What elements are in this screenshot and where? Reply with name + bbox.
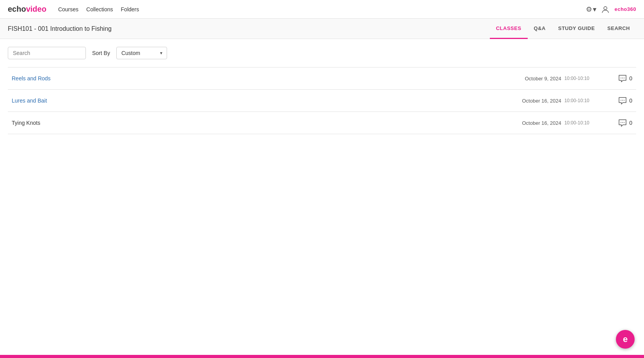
echo360-brand: echo360 xyxy=(614,6,636,12)
page-title: FISH101 - 001 Introduction to Fishing xyxy=(8,25,112,32)
nav-collections[interactable]: Collections xyxy=(86,6,113,12)
content-area: Sort By Custom Date Title ▾ Reels and Ro… xyxy=(0,39,644,142)
svg-point-6 xyxy=(624,100,624,101)
settings-button[interactable]: ⚙ ▾ xyxy=(586,5,596,14)
settings-icon: ⚙ xyxy=(586,5,592,14)
user-profile-button[interactable] xyxy=(601,5,610,14)
comment-icon xyxy=(618,119,627,127)
class-meta: October 16, 2024 10:00-10:10 xyxy=(522,120,589,126)
comment-count: 0 xyxy=(629,120,632,126)
sub-header: FISH101 - 001 Introduction to Fishing CL… xyxy=(0,19,644,39)
class-name: Tying Knots xyxy=(12,120,522,126)
tab-classes[interactable]: CLASSES xyxy=(490,19,528,39)
nav-right: ⚙ ▾ echo360 xyxy=(586,5,636,14)
class-time: 10:00-10:10 xyxy=(564,120,589,126)
table-row[interactable]: Reels and Rods October 9, 2024 10:00-10:… xyxy=(8,67,636,90)
class-comments[interactable]: 0 xyxy=(613,74,632,82)
sort-label: Sort By xyxy=(92,50,110,56)
svg-point-5 xyxy=(622,100,623,101)
class-link[interactable]: Reels and Rods xyxy=(12,75,51,82)
class-title-text: Tying Knots xyxy=(12,120,40,126)
table-row[interactable]: Lures and Bait October 16, 2024 10:00-10… xyxy=(8,90,636,112)
class-name: Reels and Rods xyxy=(12,75,525,82)
class-name: Lures and Bait xyxy=(12,97,522,104)
class-comments[interactable]: 0 xyxy=(613,119,632,127)
class-time: 10:00-10:10 xyxy=(564,98,589,103)
chevron-down-icon: ▾ xyxy=(593,5,596,14)
logo-video: video xyxy=(26,5,46,14)
tab-search[interactable]: SEARCH xyxy=(601,19,636,39)
class-meta: October 16, 2024 10:00-10:10 xyxy=(522,98,589,104)
svg-point-1 xyxy=(621,78,621,78)
svg-point-3 xyxy=(624,78,624,78)
user-icon xyxy=(601,5,610,14)
svg-point-2 xyxy=(622,78,623,78)
svg-point-0 xyxy=(604,7,607,10)
logo[interactable]: echovideo xyxy=(8,5,46,14)
filter-row: Sort By Custom Date Title ▾ xyxy=(8,47,636,59)
svg-point-7 xyxy=(621,122,621,123)
top-navigation: echovideo Courses Collections Folders ⚙ … xyxy=(0,0,644,19)
comment-count: 0 xyxy=(629,97,632,104)
logo-echo: echo xyxy=(8,5,26,14)
nav-links: Courses Collections Folders xyxy=(58,6,586,12)
nav-folders[interactable]: Folders xyxy=(121,6,139,12)
classes-list: Reels and Rods October 9, 2024 10:00-10:… xyxy=(8,67,636,134)
svg-point-4 xyxy=(621,100,621,101)
svg-point-9 xyxy=(624,122,624,123)
class-date: October 16, 2024 xyxy=(522,98,561,104)
class-link[interactable]: Lures and Bait xyxy=(12,97,47,104)
comment-icon xyxy=(618,97,627,105)
tab-qa[interactable]: Q&A xyxy=(528,19,552,39)
class-meta: October 9, 2024 10:00-10:10 xyxy=(525,76,589,82)
class-comments[interactable]: 0 xyxy=(613,97,632,105)
sort-select-wrapper: Custom Date Title ▾ xyxy=(116,47,167,59)
comment-icon xyxy=(618,74,627,82)
tab-study-guide[interactable]: STUDY GUIDE xyxy=(552,19,601,39)
nav-courses[interactable]: Courses xyxy=(58,6,78,12)
class-date: October 9, 2024 xyxy=(525,76,561,82)
svg-point-8 xyxy=(622,122,623,123)
search-input[interactable] xyxy=(8,47,86,59)
class-time: 10:00-10:10 xyxy=(564,76,589,81)
sort-by-select[interactable]: Custom Date Title xyxy=(116,47,167,59)
class-date: October 16, 2024 xyxy=(522,120,561,126)
table-row[interactable]: Tying Knots October 16, 2024 10:00-10:10… xyxy=(8,112,636,134)
comment-count: 0 xyxy=(629,75,632,82)
tab-navigation: CLASSES Q&A STUDY GUIDE SEARCH xyxy=(490,19,636,39)
